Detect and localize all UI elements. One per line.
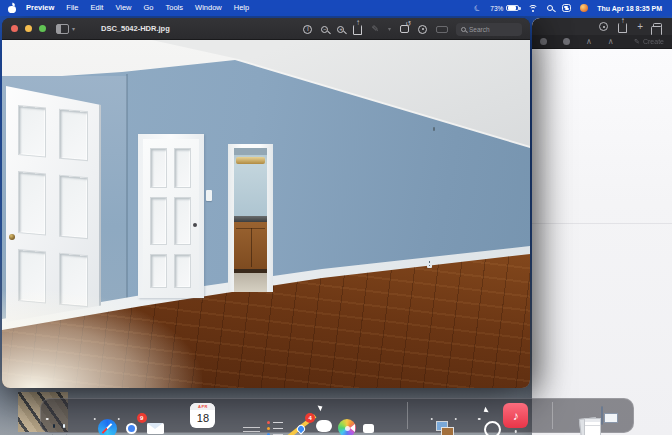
search-placeholder: Search — [469, 26, 490, 33]
sunlight-glow — [2, 290, 202, 388]
highlight-icon[interactable] — [436, 26, 448, 33]
dock-separator — [407, 402, 408, 429]
create-label: Create — [643, 38, 664, 45]
menu-tools[interactable]: Tools — [160, 0, 190, 16]
menu-view[interactable]: View — [109, 0, 137, 16]
music-icon: ♪ — [503, 403, 528, 428]
tool-circle-icon-2[interactable] — [563, 38, 570, 45]
dock-separator — [552, 402, 553, 429]
background-window[interactable]: + ∧ ∧ ✎ Create — [532, 18, 672, 435]
calendar-icon: APR 18 — [190, 403, 215, 428]
menu-clock[interactable]: Thu Apr 18 8:35 PM — [597, 5, 662, 12]
info-icon[interactable]: i — [303, 25, 312, 34]
focus-moon-icon[interactable]: ☾ — [473, 2, 483, 13]
pencil-icon: ✎ — [634, 38, 640, 46]
menu-help[interactable]: Help — [228, 0, 255, 16]
background-window-titlebar: + — [532, 18, 672, 35]
left-door — [6, 86, 101, 322]
door-knob — [193, 223, 197, 227]
tool-caret-icon-1[interactable]: ∧ — [586, 37, 592, 46]
siri-icon[interactable] — [580, 4, 588, 12]
menu-app-name[interactable]: Preview — [20, 0, 60, 16]
zoom-button[interactable] — [39, 25, 46, 32]
search-field[interactable]: Search — [456, 23, 522, 36]
background-window-toolbar: ∧ ∧ ✎ Create — [532, 35, 672, 49]
vanity-cabinet — [234, 222, 267, 269]
zoom-in-icon[interactable]: + — [337, 26, 344, 33]
markup-chevron-icon[interactable]: ▾ — [388, 26, 391, 32]
dock: 9 APR 18 4 ♪ — [40, 398, 634, 433]
battery-percent-label: 73% — [490, 5, 503, 12]
record-circle-icon[interactable] — [599, 22, 608, 31]
share-icon[interactable] — [618, 23, 627, 33]
chevron-down-icon[interactable]: ▾ — [72, 25, 75, 32]
tool-caret-icon-2[interactable]: ∧ — [608, 37, 614, 46]
bathroom-doorway — [228, 144, 273, 292]
preview-titlebar[interactable]: ▾ DSC_5042-HDR.jpg — [2, 18, 530, 40]
apple-menu-icon[interactable] — [8, 4, 16, 13]
annotate-circle-icon[interactable] — [418, 25, 427, 34]
calendar-day: 18 — [197, 410, 209, 426]
sidebar-toggle-icon[interactable] — [56, 24, 69, 34]
door-knob — [9, 234, 15, 240]
middle-door-frame — [138, 134, 204, 298]
content-divider — [532, 223, 672, 224]
calendar-month: APR — [190, 403, 215, 410]
dock-item-calendar[interactable]: APR 18 — [190, 403, 215, 428]
window-title: DSC_5042-HDR.jpg — [101, 24, 170, 33]
middle-door — [143, 139, 199, 298]
control-center-icon[interactable] — [562, 4, 571, 12]
vanity-light — [236, 157, 265, 164]
preview-window: ▾ DSC_5042-HDR.jpg i − + ✎ ▾ Search — [2, 18, 530, 388]
tab-overview-icon[interactable] — [653, 23, 662, 31]
dock-item-music[interactable]: ♪ — [503, 403, 528, 428]
photo-canvas[interactable] — [2, 40, 530, 388]
battery-indicator[interactable]: 73% — [490, 5, 519, 12]
add-icon[interactable]: + — [637, 22, 643, 32]
menu-file[interactable]: File — [60, 0, 84, 16]
wifi-icon[interactable] — [528, 4, 538, 12]
preview-toolbar: i − + ✎ ▾ — [303, 18, 448, 40]
menu-window[interactable]: Window — [189, 0, 228, 16]
mail-badge: 9 — [137, 413, 147, 423]
bathroom-interior — [234, 148, 267, 292]
dock-item-minimized-window[interactable] — [601, 407, 603, 425]
power-outlet — [427, 259, 432, 268]
rotate-icon[interactable] — [400, 25, 409, 33]
menu-bar: Preview File Edit View Go Tools Window H… — [0, 0, 672, 16]
tool-circle-icon-1[interactable] — [540, 38, 547, 45]
spotlight-search-icon[interactable] — [547, 5, 553, 11]
markup-pen-icon[interactable]: ✎ — [371, 25, 379, 34]
messages-badge: 4 — [305, 413, 315, 423]
share-icon[interactable] — [353, 25, 362, 35]
search-icon — [461, 27, 466, 32]
light-switch — [206, 190, 212, 201]
battery-icon — [506, 5, 519, 12]
wall-mark — [433, 127, 435, 131]
bathroom-floor — [234, 273, 267, 292]
background-window-content — [532, 49, 672, 435]
zoom-out-icon[interactable]: − — [321, 26, 328, 33]
close-button[interactable] — [11, 25, 18, 32]
menu-edit[interactable]: Edit — [84, 0, 109, 16]
minimized-window-thumbnail — [601, 406, 603, 425]
wall-corner — [126, 74, 128, 322]
bathroom-mirror — [234, 164, 267, 216]
menu-go[interactable]: Go — [138, 0, 160, 16]
create-button[interactable]: ✎ Create — [634, 38, 672, 46]
minimize-button[interactable] — [25, 25, 32, 32]
